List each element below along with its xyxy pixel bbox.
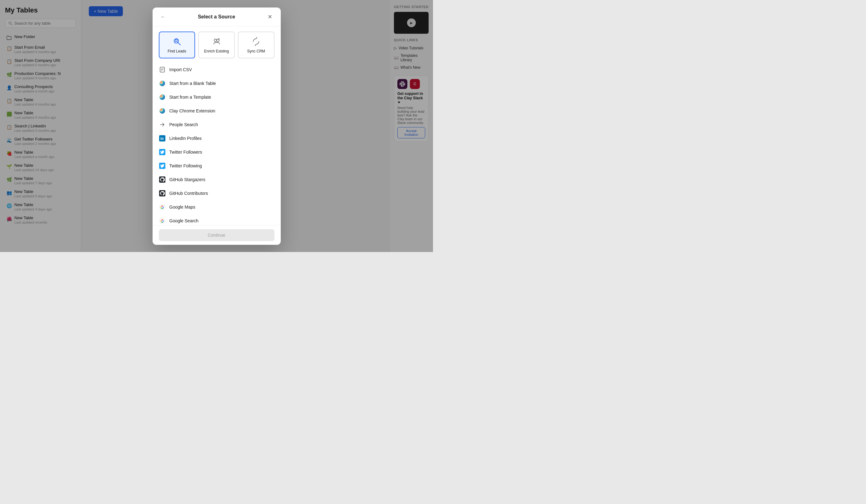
google_search-icon: [159, 217, 166, 224]
find-leads-label: Find Leads: [168, 49, 186, 54]
source-list: Import CSV Start from a Blank Table Star…: [153, 61, 281, 225]
twitter_followers-icon: [159, 149, 166, 156]
continue-button[interactable]: Continue: [159, 229, 275, 241]
source-list-item-google_search[interactable]: Google Search: [153, 214, 281, 225]
source-list-item-chrome_ext[interactable]: Clay Chrome Extension: [153, 104, 281, 118]
enrich-existing-icon: [212, 36, 222, 47]
find-leads-icon: [172, 36, 182, 47]
modal-dialog: ← Select a Source ✕ Find Leads: [153, 8, 281, 245]
google_maps-icon: [159, 204, 166, 210]
template-icon: [159, 94, 166, 101]
svg-point-13: [159, 81, 165, 86]
svg-point-4: [175, 39, 177, 41]
svg-point-14: [159, 94, 165, 100]
people_search-label: People Search: [169, 122, 198, 127]
source-card-enrich-existing[interactable]: Enrich Existing: [198, 32, 235, 58]
blank_table-label: Start from a Blank Table: [169, 81, 216, 86]
modal-header: ← Select a Source ✕: [153, 8, 281, 26]
github_contributors-label: GitHub Contributors: [169, 191, 208, 196]
source-cards-container: Find Leads Enrich Existing: [153, 26, 281, 61]
source-list-item-github_contributors[interactable]: GitHub Contributors: [153, 186, 281, 200]
twitter_following-label: Twitter Following: [169, 163, 202, 168]
source-list-item-google_maps[interactable]: Google Maps: [153, 200, 281, 214]
modal-overlay: ← Select a Source ✕ Find Leads: [0, 0, 433, 252]
source-list-item-import_csv[interactable]: Import CSV: [153, 63, 281, 77]
svg-line-3: [178, 43, 180, 45]
google_maps-label: Google Maps: [169, 205, 196, 209]
source-list-item-people_search[interactable]: People Search: [153, 118, 281, 131]
twitter_following-icon: [159, 162, 166, 169]
import_csv-label: Import CSV: [169, 67, 192, 72]
people_search-icon: [159, 121, 166, 128]
source-list-item-linkedin_profiles[interactable]: in LinkedIn Profiles: [153, 131, 281, 145]
svg-point-15: [159, 108, 165, 114]
modal-back-button[interactable]: ←: [159, 12, 168, 21]
google_search-label: Google Search: [169, 218, 199, 223]
blank_table-icon: [159, 80, 166, 87]
linkedin_profiles-label: LinkedIn Profiles: [169, 136, 202, 141]
twitter_followers-label: Twitter Followers: [169, 150, 202, 154]
linkedin_profiles-icon: in: [159, 135, 166, 142]
source-list-item-github_stargazers[interactable]: GitHub Stargazers: [153, 173, 281, 186]
github_stargazers-label: GitHub Stargazers: [169, 177, 206, 182]
source-list-item-twitter_following[interactable]: Twitter Following: [153, 159, 281, 173]
source-list-item-twitter_followers[interactable]: Twitter Followers: [153, 145, 281, 159]
sync-crm-icon: [251, 36, 261, 47]
svg-point-5: [214, 39, 216, 42]
chrome_ext-icon: [159, 107, 166, 114]
svg-text:in: in: [160, 136, 164, 141]
template-label: Start from a Template: [169, 95, 211, 100]
source-list-item-template[interactable]: Start from a Template: [153, 90, 281, 104]
source-card-sync-crm[interactable]: Sync CRM: [238, 32, 275, 58]
github_stargazers-icon: [159, 176, 166, 183]
import_csv-icon: [159, 66, 166, 73]
enrich-existing-label: Enrich Existing: [204, 49, 229, 54]
source-card-find-leads[interactable]: Find Leads: [159, 32, 196, 58]
modal-footer: Continue: [153, 225, 281, 245]
modal-title: Select a Source: [198, 14, 235, 20]
source-list-item-blank_table[interactable]: Start from a Blank Table: [153, 77, 281, 90]
modal-close-button[interactable]: ✕: [266, 12, 275, 21]
sync-crm-label: Sync CRM: [247, 49, 265, 54]
github_contributors-icon: [159, 190, 166, 197]
chrome_ext-label: Clay Chrome Extension: [169, 108, 215, 113]
